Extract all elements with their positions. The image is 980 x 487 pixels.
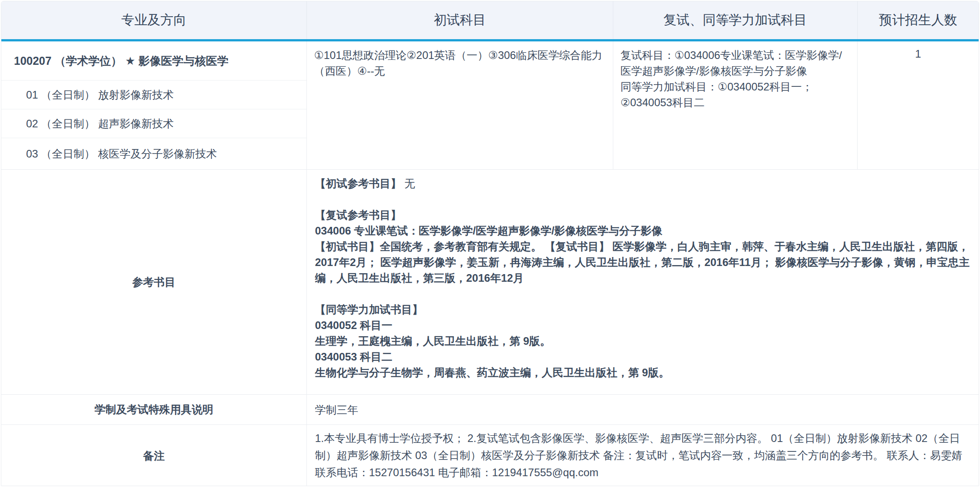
reference-retest-header: 【复试参考书目】 <box>315 207 971 223</box>
column-header-initial-subjects: 初试科目 <box>307 1 613 39</box>
remarks-value: 1.本专业具有博士学位授予权； 2.复试笔试包含影像医学、影像核医学、超声医学三… <box>307 425 979 486</box>
column-header-major: 专业及方向 <box>1 1 307 39</box>
enrollment-cell: 1 <box>858 41 979 169</box>
admission-table: 专业及方向 初试科目 复试、同等学力加试科目 预计招生人数 100207 （学术… <box>1 1 979 486</box>
reference-addtest-sub2-book: 生物化学与分子生物学，周春燕、药立波主编，人民卫生出版社，第 9版。 <box>315 365 971 380</box>
table-header-row: 专业及方向 初试科目 复试、同等学力加试科目 预计招生人数 <box>1 1 979 41</box>
blank-line <box>315 286 971 302</box>
initial-subjects-text: ①101思想政治理论②201英语（一）③306临床医学综合能力（西医）④--无 <box>307 41 613 85</box>
retest-subjects-cell: 复试科目：①034006专业课笔试：医学影像学/医学超声影像学/影像核医学与分子… <box>613 41 858 169</box>
duration-row: 学制及考试特殊用具说明 学制三年 <box>1 394 979 424</box>
retest-subjects-text: 复试科目：①034006专业课笔试：医学影像学/医学超声影像学/影像核医学与分子… <box>613 41 857 116</box>
program-block: 100207 （学术学位） ★ 影像医学与核医学 01 （全日制） 放射影像新技… <box>1 41 979 169</box>
reference-initial-line: 【初试参考书目】 无 <box>315 176 971 191</box>
reference-addtest-sub1-book: 生理学，王庭槐主编，人民卫生出版社，第 9版。 <box>315 333 971 349</box>
retest-subjects-line2: 同等学力加试科目：①0340052科目一；②0340053科目二 <box>620 79 850 110</box>
reference-books-label: 参考书目 <box>1 170 307 394</box>
reference-retest-course: 034006 专业课笔试：医学影像学/医学超声影像学/影像核医学与分子影像 <box>315 223 971 239</box>
direction-row-02: 02 （全日制） 超声影像新技术 <box>1 109 306 138</box>
direction-01-label: 01 （全日制） 放射影像新技术 <box>26 88 174 102</box>
initial-subjects-cell: ①101思想政治理论②201英语（一）③306临床医学综合能力（西医）④--无 <box>307 41 613 169</box>
column-header-enrollment: 预计招生人数 <box>858 1 979 39</box>
reference-initial-value: 无 <box>401 177 415 189</box>
reference-retest-detail: 【初试书目】全国统考，参考教育部有关规定。 【复试书目】 医学影像学，白人驹主审… <box>315 239 971 286</box>
reference-addtest-header: 【同等学力加试书目】 <box>315 302 971 317</box>
reference-addtest-sub2-code: 0340053 科目二 <box>315 349 971 365</box>
major-directions-cell: 100207 （学术学位） ★ 影像医学与核医学 01 （全日制） 放射影像新技… <box>1 41 307 169</box>
column-header-retest-subjects: 复试、同等学力加试科目 <box>613 1 858 39</box>
reference-initial-header: 【初试参考书目】 <box>315 177 401 189</box>
retest-subjects-line1: 复试科目：①034006专业课笔试：医学影像学/医学超声影像学/影像核医学与分子… <box>620 47 850 79</box>
blank-line <box>315 191 971 207</box>
reference-books-row: 参考书目 【初试参考书目】 无 【复试参考书目】 034006 专业课笔试：医学… <box>1 169 979 394</box>
direction-03-label: 03 （全日制） 核医学及分子影像新技术 <box>26 147 217 161</box>
reference-addtest-sub1-code: 0340052 科目一 <box>315 317 971 333</box>
major-row: 100207 （学术学位） ★ 影像医学与核医学 <box>1 41 306 81</box>
duration-label: 学制及考试特殊用具说明 <box>1 395 307 424</box>
direction-row-03: 03 （全日制） 核医学及分子影像新技术 <box>1 138 306 169</box>
remarks-row: 备注 1.本专业具有博士学位授予权； 2.复试笔试包含影像医学、影像核医学、超声… <box>1 424 979 486</box>
remarks-label: 备注 <box>1 425 307 486</box>
duration-value: 学制三年 <box>307 395 979 424</box>
direction-row-01: 01 （全日制） 放射影像新技术 <box>1 81 306 109</box>
direction-02-label: 02 （全日制） 超声影像新技术 <box>26 117 174 131</box>
reference-books-content: 【初试参考书目】 无 【复试参考书目】 034006 专业课笔试：医学影像学/医… <box>307 170 979 394</box>
major-title: 100207 （学术学位） ★ 影像医学与核医学 <box>14 54 229 68</box>
